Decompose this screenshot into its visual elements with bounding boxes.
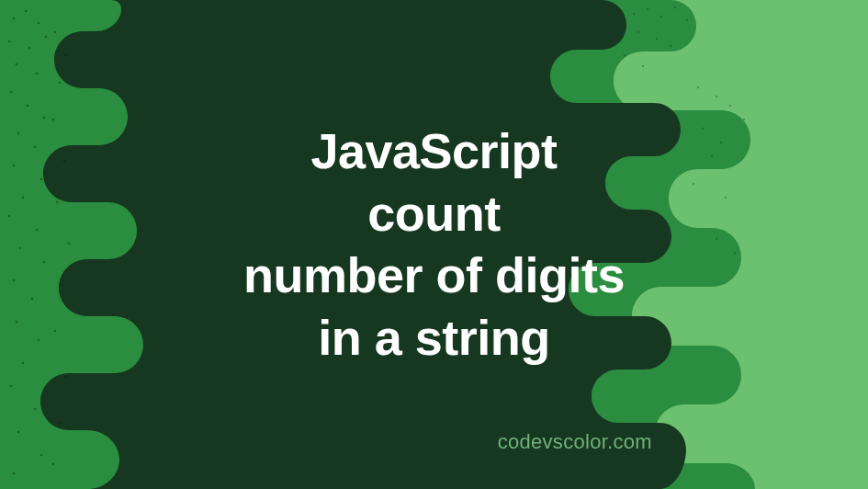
content-area: JavaScript count number of digits in a s… [0, 0, 868, 489]
title-line-3: number of digits [243, 247, 625, 302]
watermark-text: codevscolor.com [498, 430, 652, 454]
title-line-2: count [367, 186, 500, 241]
title-line-4: in a string [318, 310, 550, 365]
title-line-1: JavaScript [310, 123, 557, 178]
main-title: JavaScript count number of digits in a s… [243, 120, 625, 369]
